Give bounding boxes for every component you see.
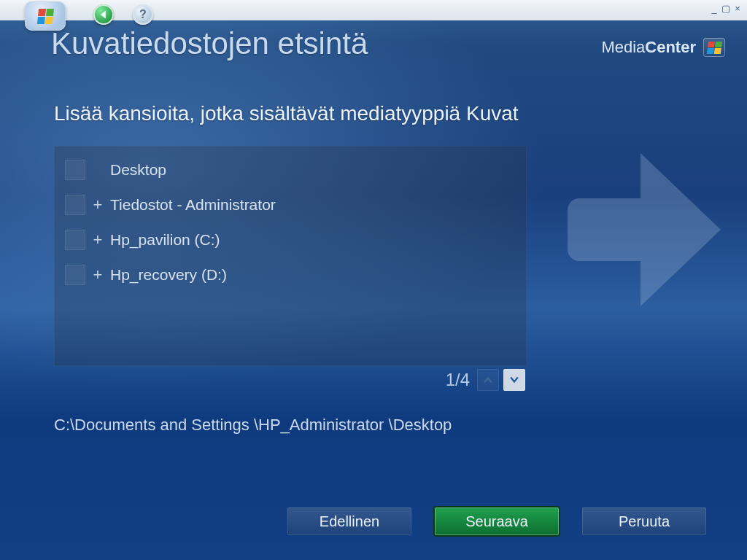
cancel-button[interactable]: Peruuta	[582, 508, 706, 535]
back-button[interactable]	[93, 4, 114, 25]
close-button[interactable]: ×	[732, 3, 743, 14]
folder-label: Hp_pavilion (C:)	[110, 231, 220, 249]
page-count: 1/4	[446, 370, 470, 390]
chevron-up-icon	[484, 376, 492, 384]
list-item[interactable]: + Tiedostot - Administrator	[55, 187, 526, 222]
brand-text-light: Media	[601, 38, 645, 56]
page-title: Kuvatiedostojen etsintä	[51, 26, 368, 61]
page-down-button[interactable]	[503, 369, 525, 391]
checkbox[interactable]	[65, 265, 85, 285]
folder-label: Hp_recovery (D:)	[110, 266, 227, 284]
brand-logo-icon	[703, 38, 725, 57]
list-item[interactable]: + Hp_recovery (D:)	[55, 257, 526, 292]
wizard-buttons: Edellinen Seuraava Peruuta	[0, 508, 747, 535]
checkbox[interactable]	[65, 230, 85, 250]
brand: MediaCenter	[601, 38, 725, 57]
folder-list: Desktop + Tiedostot - Administrator + Hp…	[54, 146, 527, 366]
section-heading: Lisää kansioita, jotka sisältävät mediat…	[54, 102, 519, 125]
expand-toggle[interactable]: +	[85, 195, 110, 214]
arrow-left-icon	[98, 9, 109, 20]
maximize-button[interactable]: ▢	[721, 3, 731, 14]
list-item[interactable]: + Hp_pavilion (C:)	[55, 222, 526, 257]
next-arrow-hint-icon	[568, 153, 721, 306]
expand-toggle[interactable]: +	[85, 230, 110, 249]
page-up-button[interactable]	[477, 369, 499, 391]
checkbox[interactable]	[65, 160, 85, 180]
windows-flag-icon	[37, 9, 53, 23]
checkbox[interactable]	[65, 195, 85, 215]
previous-button[interactable]: Edellinen	[287, 508, 411, 535]
next-button[interactable]: Seuraava	[435, 508, 559, 535]
start-orb-icon[interactable]	[25, 1, 66, 31]
minimize-button[interactable]: _	[709, 3, 719, 14]
brand-text-bold: Center	[645, 38, 696, 56]
help-button[interactable]: ?	[133, 4, 153, 25]
folder-label: Tiedostot - Administrator	[110, 196, 276, 214]
folder-label: Desktop	[110, 161, 166, 179]
list-item[interactable]: Desktop	[55, 147, 526, 187]
selected-path: C:\Documents and Settings \HP_Administra…	[54, 416, 452, 435]
chevron-down-icon	[510, 376, 519, 384]
expand-toggle[interactable]: +	[85, 265, 110, 284]
pager: 1/4	[54, 369, 525, 391]
media-center-wizard: _ ▢ × ? Kuvatiedostojen etsintä MediaCen…	[0, 0, 747, 560]
